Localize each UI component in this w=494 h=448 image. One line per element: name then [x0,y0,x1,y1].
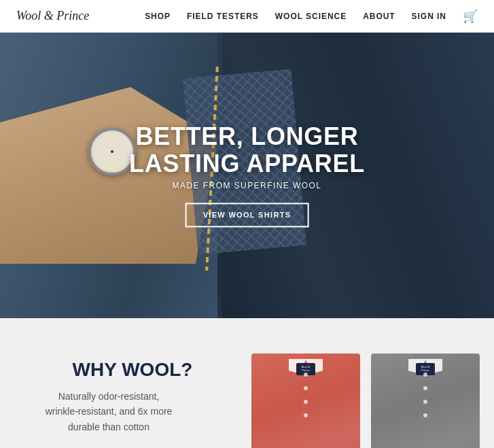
why-wool-section: WHY WOOL? Naturally odor-resistant, wrin… [0,318,494,448]
nav-wool-science[interactable]: WOOL SCIENCE [275,12,347,21]
why-wool-description: Naturally odor-resistant, wrinkle-resist… [41,389,177,434]
why-wool-shirts: Wool &Prince Wool &Prince [251,354,494,448]
why-wool-title: WHY WOOL? [41,359,224,381]
why-wool-left: WHY WOOL? Naturally odor-resistant, wrin… [0,345,251,448]
shirt-buttons-gray [423,373,427,417]
shirt-button [423,386,427,390]
shirt-button [423,373,427,377]
hero-subtitle: MADE FROM SUPERFINE WOOL [129,182,365,191]
logo[interactable]: Wool & Prince [16,9,89,23]
main-nav: SHOP FIELD TESTERS WOOL SCIENCE ABOUT SI… [145,9,478,24]
cart-icon[interactable]: 🛒 [463,9,478,24]
nav-field-testers[interactable]: FIELD TESTERS [187,12,259,21]
shirt-buttons-coral [304,373,308,417]
hero-cta-button[interactable]: VIEW WOOL SHIRTS [186,203,309,228]
shirt-button [304,386,308,390]
header: Wool & Prince SHOP FIELD TESTERS WOOL SC… [0,0,494,33]
shirt-button [423,400,427,404]
shirt-gray: Wool &Prince [371,354,480,448]
hero-section: BETTER, LONGER LASTING APPAREL MADE FROM… [0,33,494,318]
nav-sign-in[interactable]: SIGN IN [412,12,446,21]
shirt-coral: Wool &Prince [251,354,360,448]
shirt-button [304,413,308,417]
hero-title: BETTER, LONGER LASTING APPAREL [129,123,365,177]
nav-about[interactable]: ABOUT [363,12,395,21]
shirt-button [304,373,308,377]
shirt-button [423,413,427,417]
shirt-button [304,400,308,404]
hero-content: BETTER, LONGER LASTING APPAREL MADE FROM… [129,123,365,227]
nav-shop[interactable]: SHOP [145,12,171,21]
